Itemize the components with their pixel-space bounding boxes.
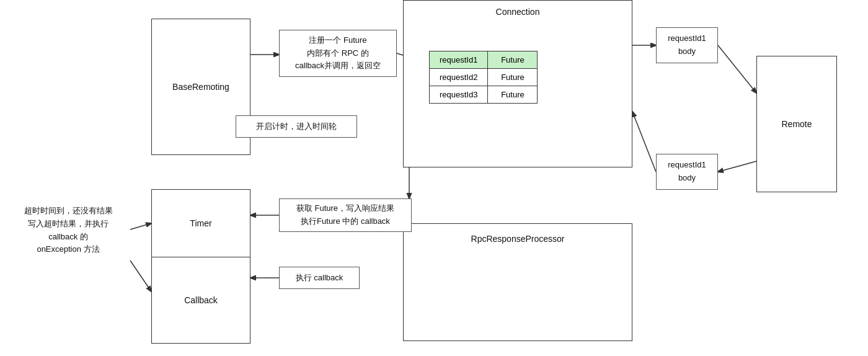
svg-line-14 [632, 112, 656, 172]
register-future-note: 注册一个 Future内部有个 RPC 的callback并调用，返回空 [279, 30, 397, 77]
connection-label: Connection [496, 6, 540, 19]
table-cell-future2: Future [488, 69, 538, 86]
request-id1-bottom-text: requestId1body [668, 159, 706, 185]
get-future-note: 获取 Future，写入响应结果执行Future 中的 callback [279, 198, 412, 232]
timeout-text: 超时时间到，还没有结果写入超时结果，并执行callback 的onExcepti… [24, 206, 113, 254]
callback-box: Callback [151, 257, 250, 344]
request-id1-bottom-box: requestId1body [656, 154, 718, 190]
connection-table: requestId1 Future requestId2 Future requ… [429, 51, 538, 104]
diagram: BaseRemoting Connection requestId1 Futur… [0, 0, 868, 356]
timer-note: 开启计时，进入时间轮 [236, 115, 357, 138]
rpc-response-label: RpcResponseProcessor [471, 233, 565, 246]
rpc-response-box: RpcResponseProcessor [403, 223, 632, 341]
table-row-2: requestId2 Future [430, 69, 538, 86]
table-row-1: requestId1 Future [430, 51, 538, 69]
table-cell-future1: Future [488, 51, 538, 69]
get-future-text: 获取 Future，写入响应结果执行Future 中的 callback [296, 202, 394, 228]
svg-line-10 [130, 260, 151, 291]
exec-callback-text: 执行 callback [296, 272, 343, 285]
svg-line-9 [130, 223, 151, 229]
exec-callback-note: 执行 callback [279, 267, 360, 289]
timer-box: Timer [151, 189, 250, 257]
remote-box: Remote [756, 56, 837, 192]
request-id1-top-text: requestId1body [668, 32, 706, 58]
svg-line-12 [718, 45, 756, 93]
table-row-3: requestId3 Future [430, 86, 538, 104]
table-cell-future3: Future [488, 86, 538, 104]
callback-label: Callback [184, 294, 218, 307]
base-remoting-label: BaseRemoting [172, 81, 229, 94]
table-cell-id2: requestId2 [430, 69, 488, 86]
timeout-note: 超时时间到，还没有结果写入超时结果，并执行callback 的onExcepti… [6, 205, 130, 256]
timer-label: Timer [190, 217, 211, 230]
request-id1-top-box: requestId1body [656, 27, 718, 63]
svg-line-13 [718, 161, 756, 172]
remote-label: Remote [781, 118, 812, 131]
table-cell-id3: requestId3 [430, 86, 488, 104]
table-cell-id1: requestId1 [430, 51, 488, 69]
register-future-text: 注册一个 Future内部有个 RPC 的callback并调用，返回空 [295, 34, 381, 73]
timer-note-text: 开启计时，进入时间轮 [256, 120, 337, 133]
